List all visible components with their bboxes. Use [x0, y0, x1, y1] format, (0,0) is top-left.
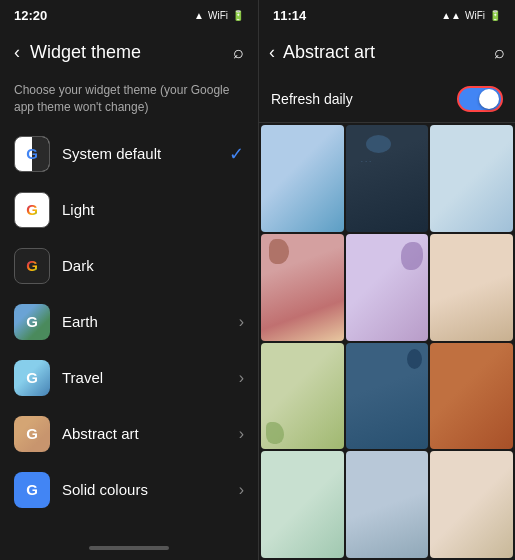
signal-icon-right: ▲▲: [441, 10, 461, 21]
grid-cell-12[interactable]: [430, 451, 513, 558]
status-bar-left: 12:20 ▲ WiFi 🔋: [0, 0, 258, 28]
menu-label-light: Light: [62, 201, 244, 218]
status-time-right: 11:14: [273, 8, 306, 23]
theme-icon-light: G: [14, 192, 50, 228]
grid-cell-9[interactable]: [430, 343, 513, 450]
theme-icon-abstract-art: G: [14, 416, 50, 452]
signal-icon-left: ▲: [194, 10, 204, 21]
menu-item-abstract-art[interactable]: G Abstract art ›: [0, 406, 258, 462]
grid-cell-3[interactable]: [430, 125, 513, 232]
right-panel: 11:14 ▲▲ WiFi 🔋 ‹ Abstract art ⌕ Refresh…: [258, 0, 515, 560]
menu-label-system-default: System default: [62, 145, 217, 162]
header-right: ‹ Abstract art ⌕: [259, 28, 515, 76]
g-logo-abstract: G: [26, 425, 38, 442]
refresh-label: Refresh daily: [271, 91, 353, 107]
bottom-bar-left: [0, 536, 258, 560]
grid-cell-6[interactable]: [430, 234, 513, 341]
grid-cell-10[interactable]: [261, 451, 344, 558]
search-icon-right[interactable]: ⌕: [494, 42, 505, 63]
back-button-right[interactable]: ‹: [269, 42, 275, 63]
g-logo-earth: G: [26, 313, 38, 330]
grid-cell-8[interactable]: [346, 343, 429, 450]
page-title-left: Widget theme: [30, 42, 223, 63]
back-button-left[interactable]: ‹: [14, 42, 20, 63]
wifi-icon-right: WiFi: [465, 10, 485, 21]
toggle-thumb: [479, 89, 499, 109]
menu-item-dark[interactable]: G Dark: [0, 238, 258, 294]
refresh-daily-toggle[interactable]: [457, 86, 503, 112]
battery-icon-right: 🔋: [489, 10, 501, 21]
status-icons-left: ▲ WiFi 🔋: [194, 10, 244, 21]
menu-label-solid-colours: Solid colours: [62, 481, 227, 498]
search-icon-left[interactable]: ⌕: [233, 42, 244, 63]
grid-cell-1[interactable]: [261, 125, 344, 232]
check-icon-system-default: ✓: [229, 143, 244, 165]
header-left: ‹ Widget theme ⌕: [0, 28, 258, 76]
grid-cell-4[interactable]: [261, 234, 344, 341]
status-time-left: 12:20: [14, 8, 47, 23]
chevron-icon-travel: ›: [239, 369, 244, 387]
theme-icon-solid-colours: G: [14, 472, 50, 508]
status-icons-right: ▲▲ WiFi 🔋: [441, 10, 501, 21]
wifi-icon-left: WiFi: [208, 10, 228, 21]
menu-label-earth: Earth: [62, 313, 227, 330]
grid-cell-5[interactable]: [346, 234, 429, 341]
menu-label-travel: Travel: [62, 369, 227, 386]
theme-icon-travel: G: [14, 360, 50, 396]
page-title-right: Abstract art: [283, 42, 486, 63]
refresh-row: Refresh daily: [259, 76, 515, 123]
home-indicator: [89, 546, 169, 550]
grid-cell-2[interactable]: [346, 125, 429, 232]
grid-cell-11[interactable]: [346, 451, 429, 558]
g-logo-solid: G: [26, 481, 38, 498]
g-logo-dark: G: [26, 257, 38, 274]
left-panel: 12:20 ▲ WiFi 🔋 ‹ Widget theme ⌕ Choose y…: [0, 0, 258, 560]
g-logo-travel: G: [26, 369, 38, 386]
menu-label-dark: Dark: [62, 257, 244, 274]
chevron-icon-solid-colours: ›: [239, 481, 244, 499]
menu-item-earth[interactable]: G Earth ›: [0, 294, 258, 350]
chevron-icon-abstract-art: ›: [239, 425, 244, 443]
grid-cell-7[interactable]: [261, 343, 344, 450]
chevron-icon-earth: ›: [239, 313, 244, 331]
menu-item-solid-colours[interactable]: G Solid colours ›: [0, 462, 258, 518]
abstract-art-grid: [259, 123, 515, 560]
g-logo-system: G: [26, 145, 38, 162]
theme-icon-system-default: G: [14, 136, 50, 172]
subtitle-text: Choose your widget theme (your Google ap…: [0, 76, 258, 126]
menu-item-light[interactable]: G Light: [0, 182, 258, 238]
theme-icon-dark: G: [14, 248, 50, 284]
theme-icon-earth: G: [14, 304, 50, 340]
menu-item-system-default[interactable]: G System default ✓: [0, 126, 258, 182]
menu-item-travel[interactable]: G Travel ›: [0, 350, 258, 406]
menu-label-abstract-art: Abstract art: [62, 425, 227, 442]
g-logo-light: G: [26, 201, 38, 218]
battery-icon-left: 🔋: [232, 10, 244, 21]
status-bar-right: 11:14 ▲▲ WiFi 🔋: [259, 0, 515, 28]
